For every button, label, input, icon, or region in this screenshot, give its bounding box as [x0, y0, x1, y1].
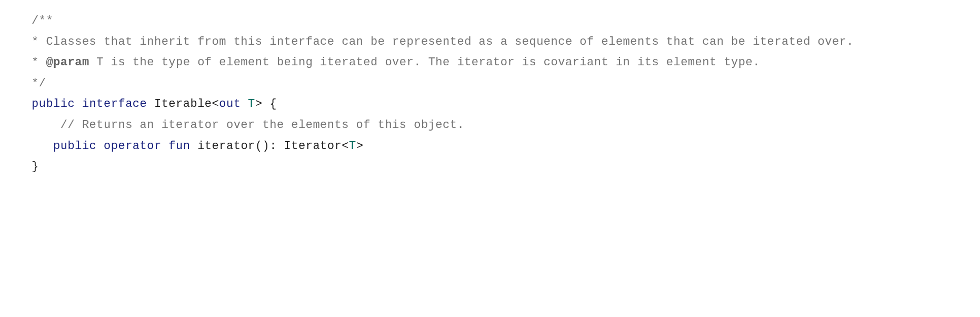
angle-open: < — [342, 140, 349, 153]
brace-open: { — [263, 97, 277, 111]
doc-prefix: * — [32, 56, 46, 69]
method-colon: : — [269, 140, 284, 153]
doc-comment-line1: * Classes that inherit from this interfa… — [32, 35, 854, 48]
doc-comment-close: */ — [32, 77, 46, 90]
angle-close: > — [255, 97, 263, 111]
inner-comment: // Returns an iterator over the elements… — [32, 118, 464, 132]
doc-comment-open: /** — [32, 14, 53, 27]
keyword-public: public — [32, 97, 75, 111]
doc-tag-param: @param — [46, 56, 89, 69]
method-indent — [32, 140, 53, 153]
doc-comment-line2: * @param T is the type of element being … — [32, 56, 760, 69]
angle-close: > — [356, 140, 364, 153]
interface-name: Iterable — [154, 97, 212, 111]
doc-prefix: * — [32, 35, 46, 48]
keyword-interface: interface — [82, 97, 147, 111]
brace-close: } — [32, 160, 39, 173]
method-name: iterator — [197, 140, 255, 153]
angle-open: < — [212, 97, 219, 111]
keyword-fun: fun — [168, 140, 190, 153]
doc-text: T is the type of element being iterated … — [89, 56, 760, 69]
method-parens: () — [255, 140, 269, 153]
doc-text: Classes that inherit from this interface… — [46, 35, 854, 48]
keyword-operator: operator — [104, 140, 162, 153]
return-type: Iterator — [284, 140, 342, 153]
type-param: T — [349, 140, 356, 153]
code-block: /** * Classes that inherit from this int… — [32, 11, 948, 177]
keyword-out: out — [219, 97, 241, 111]
keyword-public: public — [53, 140, 96, 153]
type-param: T — [248, 97, 255, 111]
